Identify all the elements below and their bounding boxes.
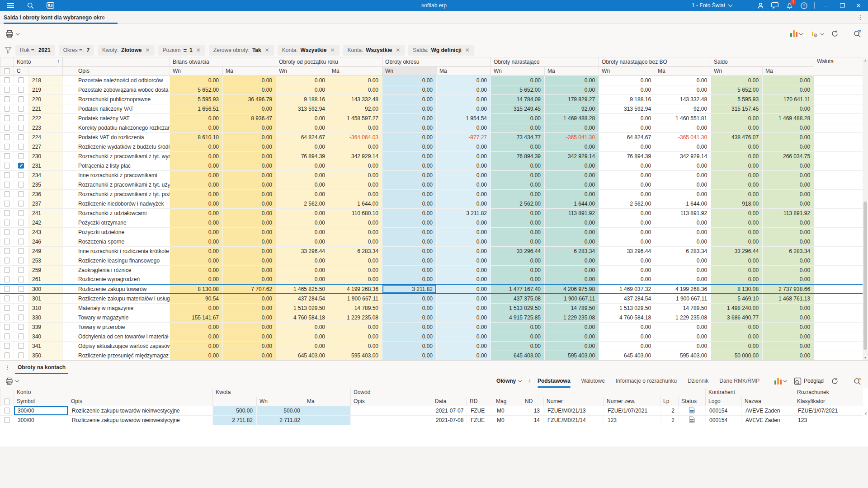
value-cell[interactable]: 0.00 [276, 218, 329, 227]
value-cell[interactable]: 0.00 [599, 75, 655, 85]
value-cell[interactable]: 36 496.79 [223, 94, 276, 104]
waluta-cell[interactable] [814, 351, 863, 360]
value-cell[interactable]: 0.00 [763, 303, 814, 313]
detail-search-button[interactable] [854, 377, 862, 385]
waluta-cell[interactable] [814, 322, 863, 332]
user-icon[interactable] [756, 1, 764, 9]
row-select-checkbox[interactable] [0, 313, 14, 322]
value-cell[interactable]: 0.00 [170, 275, 223, 284]
value-cell[interactable]: 0.00 [170, 189, 223, 199]
value-cell[interactable]: 0.00 [170, 303, 223, 313]
value-cell[interactable]: 0.00 [763, 123, 814, 132]
value-cell[interactable]: 0.00 [491, 161, 545, 170]
value-cell[interactable]: 0.00 [599, 218, 655, 227]
konto-number[interactable]: 339 [28, 322, 63, 332]
value-cell[interactable]: 0.00 [276, 189, 329, 199]
filter-chip[interactable]: Kwoty:Złotowe✕ [98, 45, 154, 56]
konto-opis[interactable]: Rozliczenie zakupu materiałów i usług [63, 294, 170, 303]
value-cell[interactable]: 1 513 029.50 [491, 303, 545, 313]
waluta-cell[interactable] [814, 199, 863, 208]
value-cell[interactable]: 0.00 [276, 123, 329, 132]
value-cell[interactable]: 1 900 667.11 [545, 294, 599, 303]
help-icon[interactable]: ? [800, 1, 808, 9]
value-cell[interactable]: 0.00 [711, 151, 763, 161]
column-header-ok-ma[interactable]: Ma [437, 66, 491, 75]
value-cell[interactable]: 0.00 [276, 341, 329, 351]
konto-number[interactable]: 253 [28, 256, 63, 265]
value-cell[interactable]: 0.00 [223, 303, 276, 313]
value-cell[interactable]: 0.00 [545, 218, 599, 227]
row-select-checkbox[interactable] [0, 75, 14, 85]
value-cell[interactable]: 0.00 [382, 313, 437, 322]
kwota-wn-cell[interactable]: 2 711.82 [257, 415, 304, 425]
column-group-bilans-otwarcia[interactable]: Bilans otwarcia [170, 57, 276, 66]
value-cell[interactable]: 437 375.08 [491, 294, 545, 303]
dowod-nd-cell[interactable]: 13 [522, 406, 544, 415]
value-cell[interactable]: 14 789.50 [545, 303, 599, 313]
value-cell[interactable]: 0.00 [170, 218, 223, 227]
value-cell[interactable]: 0.00 [491, 275, 545, 284]
detail-print-button[interactable] [5, 377, 13, 385]
konto-opis[interactable]: Rozrachunki z pracownikami z tyt. uży [63, 180, 170, 189]
value-cell[interactable]: 645 403.00 [491, 351, 545, 360]
value-cell[interactable]: 0.00 [329, 218, 382, 227]
value-cell[interactable]: 0.00 [329, 341, 382, 351]
kwota-ma-cell[interactable] [304, 406, 351, 415]
konto-opis[interactable]: Korekty podatku naliczonego rozliczar [63, 123, 170, 132]
account-row-234[interactable]: 234Inne rozrachunki z pracownikami0.000.… [0, 170, 863, 180]
value-cell[interactable]: -365 041.30 [545, 132, 599, 142]
value-cell[interactable]: 0.00 [437, 332, 491, 341]
value-cell[interactable]: 0.00 [599, 170, 655, 180]
row-c-checkbox[interactable] [14, 104, 28, 113]
value-cell[interactable]: 0.00 [763, 341, 814, 351]
search-in-table-button[interactable] [854, 30, 862, 38]
value-cell[interactable]: 0.00 [223, 161, 276, 170]
waluta-cell[interactable] [814, 94, 863, 104]
row-select-checkbox[interactable] [0, 189, 14, 199]
filter-chip[interactable]: Salda:Wg definicji✕ [408, 45, 474, 56]
value-cell[interactable]: 0.00 [655, 170, 711, 180]
value-cell[interactable]: 0.00 [491, 189, 545, 199]
value-cell[interactable]: 0.00 [437, 218, 491, 227]
value-cell[interactable]: 0.00 [382, 351, 437, 360]
waluta-cell[interactable] [814, 170, 863, 180]
konto-opis[interactable]: Materiały w magazynie [63, 303, 170, 313]
filter-chip[interactable]: Zerowe obroty:Tak✕ [209, 45, 274, 56]
kwota-ma-cell[interactable] [304, 415, 351, 425]
value-cell[interactable]: 5 595.93 [711, 94, 763, 104]
konto-number[interactable]: 341 [28, 341, 63, 351]
refresh-button[interactable] [831, 30, 839, 38]
dowod-data-cell[interactable]: 2021-07-08 [432, 415, 467, 425]
detail-tab-dziennik[interactable]: Dziennik [688, 374, 708, 388]
value-cell[interactable]: 0.00 [545, 275, 599, 284]
waluta-cell[interactable] [814, 256, 863, 265]
value-cell[interactable]: 0.00 [276, 113, 329, 123]
row-c-checkbox[interactable] [14, 113, 28, 123]
value-cell[interactable]: 0.00 [170, 180, 223, 189]
value-cell[interactable]: 0.00 [223, 322, 276, 332]
waluta-cell[interactable] [814, 313, 863, 322]
konto-number[interactable]: 246 [28, 237, 63, 246]
filter-chip[interactable]: Poziom=1✕ [158, 45, 205, 56]
value-cell[interactable]: 0.00 [276, 208, 329, 218]
row-c-checkbox[interactable] [14, 246, 28, 256]
value-cell[interactable]: 0.00 [223, 275, 276, 284]
detail-header-numer-zew[interactable]: Numer zew. [604, 397, 660, 406]
section-tab-obroty-na-kontach[interactable]: Obroty na kontach [15, 361, 68, 375]
value-cell[interactable]: 1 644.00 [329, 199, 382, 208]
value-cell[interactable]: 0.00 [223, 294, 276, 303]
konto-number[interactable]: 223 [28, 123, 63, 132]
value-cell[interactable]: 2 562.00 [599, 199, 655, 208]
dowod-opis-cell[interactable] [351, 406, 432, 415]
konto-number[interactable]: 242 [28, 218, 63, 227]
value-cell[interactable]: 0.00 [711, 75, 763, 85]
waluta-cell[interactable] [814, 303, 863, 313]
value-cell[interactable]: 0.00 [599, 113, 655, 123]
row-select-checkbox[interactable] [0, 104, 14, 113]
value-cell[interactable]: 0.00 [170, 113, 223, 123]
value-cell[interactable]: 0.00 [170, 161, 223, 170]
konto-opis[interactable]: Rozliczenie leasingu finansowego [63, 256, 170, 265]
value-cell[interactable]: 315 157.45 [711, 104, 763, 113]
select-all-checkbox[interactable] [0, 66, 14, 75]
value-cell[interactable]: 0.00 [382, 180, 437, 189]
